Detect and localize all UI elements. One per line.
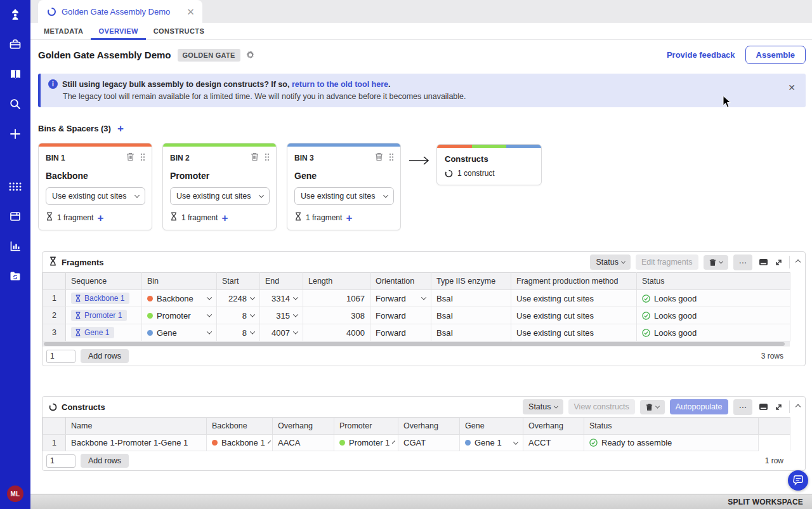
length-cell: 1067: [303, 290, 370, 307]
sequence-chip[interactable]: Backbone 1: [71, 293, 129, 304]
row-number[interactable]: 2: [43, 307, 66, 324]
help-chat-button[interactable]: [788, 470, 808, 491]
end-select-cell[interactable]: 4007: [265, 328, 298, 338]
constructs-status-button[interactable]: Status: [523, 399, 563, 414]
create-plus-icon[interactable]: [8, 127, 22, 141]
more-options-button[interactable]: ⋯: [733, 255, 753, 270]
workspace-tab[interactable]: Golden Gate Assembly Demo ✕: [38, 0, 202, 23]
col-promoter[interactable]: Promoter: [334, 418, 398, 435]
bin-select-cell[interactable]: Backbone: [147, 294, 211, 303]
add-rows-button[interactable]: Add rows: [81, 349, 129, 363]
cut-sites-dropdown[interactable]: Use existing cut sites: [46, 187, 145, 205]
search-icon[interactable]: [8, 97, 22, 111]
promoter-select-cell[interactable]: Promoter 1: [339, 438, 393, 447]
trash-icon[interactable]: [375, 152, 383, 164]
orientation-select-cell[interactable]: Forward: [370, 307, 431, 324]
start-select-cell[interactable]: 8: [222, 328, 254, 338]
bin-select-cell[interactable]: Promoter: [147, 311, 211, 321]
col-overhang[interactable]: Overhang: [523, 418, 584, 435]
delete-rows-button[interactable]: [704, 255, 728, 270]
collapse-panel-icon[interactable]: [796, 404, 801, 409]
add-rows-button[interactable]: Add rows: [81, 454, 129, 468]
user-avatar[interactable]: ML: [7, 486, 23, 502]
orientation-select-cell[interactable]: Forward: [376, 294, 426, 303]
sequence-chip[interactable]: Promoter 1: [71, 310, 127, 321]
trash-icon[interactable]: [251, 152, 259, 164]
fragments-status-button[interactable]: Status: [590, 255, 630, 270]
bin-name: Gene: [294, 171, 394, 181]
col-length[interactable]: Length: [303, 273, 370, 290]
cut-sites-dropdown[interactable]: Use existing cut sites: [170, 187, 270, 205]
col-enzyme[interactable]: Type IIS enzyme: [431, 273, 511, 290]
expand-table-icon[interactable]: [775, 403, 783, 411]
expand-table-icon[interactable]: [775, 258, 783, 267]
horizontal-scrollbar[interactable]: [43, 341, 790, 347]
col-name[interactable]: Name: [66, 418, 207, 435]
sequence-chip[interactable]: Gene 1: [71, 327, 114, 338]
banner-close-icon[interactable]: ✕: [788, 83, 796, 93]
length-cell: 4000: [303, 324, 370, 341]
autopopulate-button[interactable]: Autopopulate: [670, 399, 728, 414]
tab-metadata[interactable]: METADATA: [36, 23, 91, 39]
bin-select-cell[interactable]: Gene: [147, 328, 211, 338]
gene-select-cell[interactable]: Gene 1: [465, 438, 518, 447]
tab-constructs[interactable]: CONSTRUCTS: [146, 23, 212, 39]
backbone-select-cell[interactable]: Backbone 1: [212, 438, 267, 447]
start-select-cell[interactable]: 8: [222, 311, 254, 321]
add-rows-count-input[interactable]: [46, 454, 75, 468]
add-fragment-icon[interactable]: +: [346, 213, 352, 223]
drag-handle-icon[interactable]: [140, 152, 145, 164]
more-options-button[interactable]: ⋯: [733, 399, 753, 415]
col-overhang[interactable]: Overhang: [398, 418, 460, 435]
split-workspace-label[interactable]: SPLIT WORKSPACE: [728, 498, 803, 506]
status-cell: Looks good: [642, 328, 785, 338]
inventory-box-icon[interactable]: [8, 209, 22, 223]
col-end[interactable]: End: [260, 273, 303, 290]
end-select-cell[interactable]: 315: [265, 311, 298, 321]
add-bin-icon[interactable]: +: [117, 123, 124, 134]
col-method[interactable]: Fragment production method: [511, 273, 637, 290]
edit-fragments-button[interactable]: Edit fragments: [636, 255, 698, 270]
trash-icon[interactable]: [126, 152, 134, 164]
constructs-summary-card[interactable]: Constructs 1 construct: [436, 144, 542, 185]
old-tool-link[interactable]: return to the old tool here: [292, 80, 388, 89]
drag-handle-icon[interactable]: [265, 152, 270, 164]
col-status[interactable]: Status: [584, 418, 759, 435]
toolbox-icon[interactable]: [8, 37, 22, 51]
row-number[interactable]: 1: [43, 435, 66, 451]
delete-rows-button[interactable]: [640, 400, 665, 414]
col-sequence[interactable]: Sequence: [66, 273, 142, 290]
gear-icon[interactable]: [246, 50, 255, 60]
add-rows-count-input[interactable]: [46, 350, 75, 363]
add-fragment-icon[interactable]: +: [97, 213, 103, 223]
drag-handle-icon[interactable]: [389, 152, 394, 164]
engineer-avatar-icon[interactable]: [8, 8, 22, 22]
col-status[interactable]: Status: [637, 273, 790, 290]
view-constructs-button[interactable]: View constructs: [568, 399, 635, 414]
add-fragment-icon[interactable]: +: [221, 213, 228, 223]
tab-overview[interactable]: OVERVIEW: [91, 23, 145, 39]
tab-close-icon[interactable]: ✕: [187, 7, 195, 17]
cut-sites-dropdown[interactable]: Use existing cut sites: [294, 187, 394, 205]
notebook-icon[interactable]: [8, 67, 22, 81]
col-orientation[interactable]: Orientation: [370, 273, 431, 290]
col-start[interactable]: Start: [217, 273, 260, 290]
open-in-workspace-icon[interactable]: [759, 258, 768, 266]
collapse-panel-icon[interactable]: [796, 260, 801, 265]
col-bin[interactable]: Bin: [142, 273, 217, 290]
registry-grid-icon[interactable]: [8, 180, 22, 194]
open-in-workspace-icon[interactable]: [759, 403, 768, 411]
start-select-cell[interactable]: 2248: [222, 294, 254, 303]
insights-chart-icon[interactable]: [8, 239, 22, 253]
row-number[interactable]: 1: [43, 290, 66, 307]
col-backbone[interactable]: Backbone: [207, 418, 273, 435]
end-select-cell[interactable]: 3314: [265, 294, 298, 303]
row-number[interactable]: 3: [43, 324, 66, 341]
provide-feedback-link[interactable]: Provide feedback: [667, 50, 735, 60]
col-overhang[interactable]: Overhang: [273, 418, 334, 435]
orientation-select-cell[interactable]: Forward: [370, 324, 431, 341]
assemble-button[interactable]: Assemble: [745, 46, 806, 64]
workflows-folder-icon[interactable]: [8, 269, 22, 283]
split-workspace-bar[interactable]: SPLIT WORKSPACE: [30, 494, 812, 509]
col-gene[interactable]: Gene: [460, 418, 523, 435]
